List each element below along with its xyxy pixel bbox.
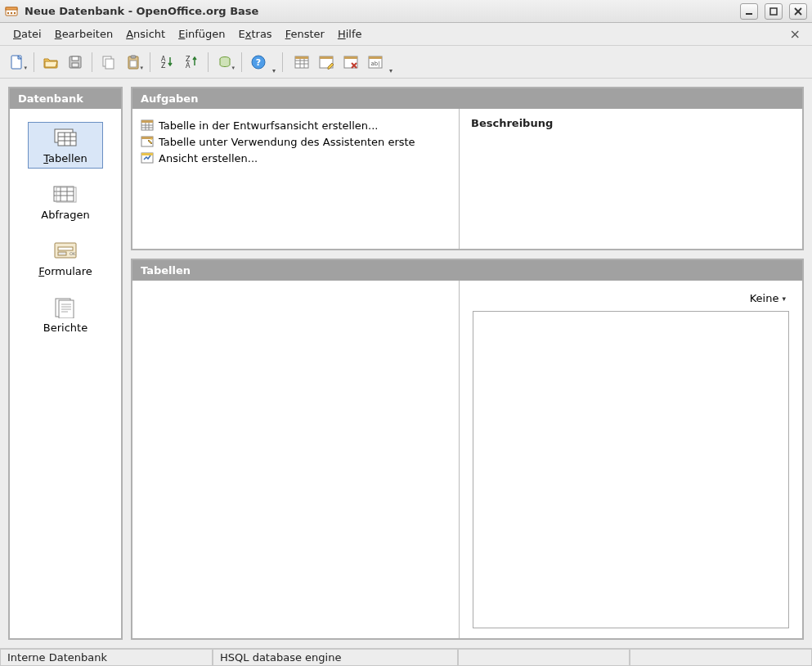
tasks-list: Tabelle in der Entwurfsansicht erstellen…	[132, 109, 460, 249]
sort-desc-button[interactable]: ZA	[180, 51, 203, 74]
save-button[interactable]	[64, 51, 87, 74]
tables-icon	[52, 128, 79, 149]
dropdown-icon: ▾	[782, 295, 786, 303]
svg-point-70	[150, 138, 152, 140]
form-button[interactable]: ▾	[213, 51, 236, 74]
separator	[241, 52, 242, 72]
menu-insert[interactable]: Einfügen	[172, 25, 231, 43]
svg-rect-12	[72, 63, 79, 67]
svg-rect-30	[295, 56, 308, 59]
task-create-table-design[interactable]: Tabelle in der Entwurfsansicht erstellen…	[139, 117, 452, 133]
svg-rect-72	[141, 153, 153, 155]
sidebar-item-tables[interactable]: Tabellen	[28, 122, 103, 169]
svg-text:?: ?	[256, 57, 261, 68]
preview-mode-selector[interactable]: Keine ▾	[747, 290, 789, 306]
window-title: Neue Datenbank - OpenOffice.org Base	[23, 5, 733, 17]
open-button[interactable]	[39, 51, 62, 74]
paste-button[interactable]: ▾	[122, 51, 145, 74]
status-db-type: Interne Datenbank	[0, 649, 213, 666]
toolbar-overflow-2[interactable]: ▾	[389, 67, 393, 74]
table-wizard-icon	[141, 135, 154, 148]
forms-icon: OK	[52, 241, 79, 262]
edit-table-button[interactable]	[315, 51, 338, 74]
svg-text:A: A	[186, 62, 191, 70]
menubar: Datei Bearbeiten Ansicht Einfügen Extras…	[0, 23, 812, 46]
close-button[interactable]	[789, 3, 807, 20]
sidebar-item-forms[interactable]: OK Formulare	[28, 235, 103, 281]
sidebar-item-label: Berichte	[43, 322, 87, 334]
svg-rect-53	[58, 247, 73, 250]
sidebar-item-queries[interactable]: Abfragen	[28, 178, 103, 225]
svg-point-4	[14, 11, 16, 13]
right-column: Aufgaben Tabelle in der Entwurfsansicht …	[131, 87, 804, 640]
task-label: Tabelle in der Entwurfsansicht erstellen…	[159, 119, 378, 132]
reports-icon	[52, 297, 79, 318]
rename-table-button[interactable]: ab|	[364, 51, 387, 74]
svg-rect-34	[344, 56, 357, 59]
sidebar-header: Datenbank	[10, 88, 121, 109]
svg-rect-46	[54, 187, 74, 201]
queries-icon	[52, 184, 79, 205]
status-cell-4	[630, 649, 812, 666]
sidebar-item-label: Tabellen	[43, 152, 87, 164]
svg-text:Z: Z	[161, 62, 166, 70]
menu-window[interactable]: Fenster	[279, 25, 331, 43]
new-table-button[interactable]	[290, 51, 313, 74]
tasks-panel: Aufgaben Tabelle in der Entwurfsansicht …	[131, 87, 804, 250]
toolbar: ▾ ▾ AZ ZA ▾ ? ▾ ab| ▾	[0, 46, 812, 79]
tables-preview-area: Keine ▾	[460, 281, 802, 638]
separator	[34, 52, 34, 72]
separator	[208, 52, 209, 72]
separator	[92, 52, 92, 72]
task-create-view[interactable]: Ansicht erstellen...	[139, 150, 452, 166]
tables-list[interactable]	[132, 281, 460, 638]
svg-point-3	[11, 11, 12, 13]
svg-rect-11	[72, 56, 79, 61]
tables-header: Tabellen	[132, 260, 802, 281]
tables-panel: Tabellen Keine ▾	[131, 259, 804, 640]
menu-edit[interactable]: Bearbeiten	[48, 25, 119, 43]
sidebar-item-label: Formulare	[38, 265, 92, 277]
svg-rect-54	[58, 252, 66, 255]
svg-point-2	[7, 11, 9, 13]
app-icon	[5, 5, 18, 18]
task-label: Tabelle unter Verwendung des Assistenten…	[159, 136, 415, 148]
svg-rect-38	[369, 56, 382, 59]
titlebar: Neue Datenbank - OpenOffice.org Base	[0, 0, 812, 23]
separator	[282, 52, 283, 72]
close-document-button[interactable]: ×	[785, 26, 805, 42]
svg-text:OK: OK	[70, 251, 76, 256]
tasks-description: Beschreibung	[460, 109, 802, 249]
task-create-table-wizard[interactable]: Tabelle unter Verwendung des Assistenten…	[139, 133, 452, 150]
sidebar-item-reports[interactable]: Berichte	[28, 291, 103, 338]
status-engine: HSQL database engine	[213, 649, 458, 666]
sidebar-body: Tabellen Abfragen OK Formulare Berichte	[10, 109, 121, 638]
maximize-button[interactable]	[765, 3, 783, 20]
menu-view[interactable]: Ansicht	[119, 25, 172, 43]
svg-rect-14	[105, 59, 114, 69]
svg-rect-1	[6, 7, 17, 10]
svg-rect-32	[320, 56, 333, 59]
menu-extras[interactable]: Extras	[232, 25, 279, 43]
sidebar-panel: Datenbank Tabellen Abfragen OK Formulare	[8, 87, 123, 640]
status-cell-3	[458, 649, 630, 666]
description-label: Beschreibung	[471, 117, 791, 129]
tasks-header: Aufgaben	[132, 88, 802, 109]
main-area: Datenbank Tabellen Abfragen OK Formulare	[0, 79, 812, 648]
help-button[interactable]: ?	[247, 51, 270, 74]
new-document-button[interactable]: ▾	[6, 51, 29, 74]
delete-table-button[interactable]	[339, 51, 362, 74]
svg-text:ab|: ab|	[370, 61, 379, 67]
menu-help[interactable]: Hilfe	[331, 25, 369, 43]
separator	[150, 52, 150, 72]
sort-asc-button[interactable]: AZ	[155, 51, 178, 74]
preview-box	[473, 311, 789, 628]
menu-file[interactable]: Datei	[7, 25, 48, 43]
view-icon	[141, 151, 154, 164]
copy-button[interactable]	[97, 51, 120, 74]
svg-rect-16	[131, 56, 136, 58]
table-design-icon	[141, 119, 154, 132]
preview-mode-label: Keine	[750, 292, 779, 304]
minimize-button[interactable]	[740, 3, 758, 20]
toolbar-overflow-1[interactable]: ▾	[272, 67, 276, 74]
